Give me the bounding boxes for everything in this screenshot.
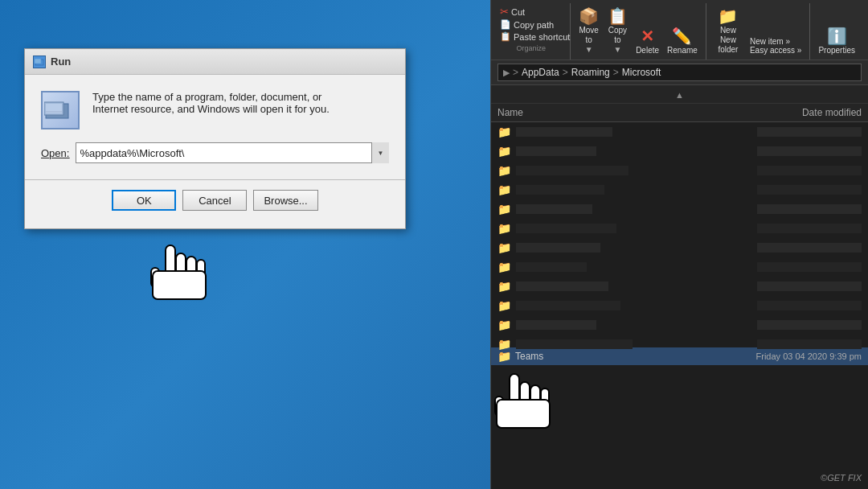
path-arrow: ▶ bbox=[503, 68, 510, 78]
copy-to-button[interactable]: 📋 Copy to ▼ bbox=[604, 5, 631, 56]
svg-rect-1 bbox=[35, 59, 41, 64]
rename-label: Rename bbox=[667, 46, 698, 55]
delete-label: Delete bbox=[636, 46, 659, 55]
properties-label: Properties bbox=[818, 46, 855, 55]
blurred-row-2: 📁 bbox=[491, 142, 868, 161]
col-header-date[interactable]: Date modified bbox=[717, 107, 862, 118]
svg-rect-7 bbox=[176, 253, 186, 281]
ribbon-cut-btn[interactable]: ✂ Cut bbox=[497, 5, 565, 18]
ok-button[interactable]: OK bbox=[112, 190, 176, 211]
copy-large-icon: 📋 bbox=[608, 6, 628, 26]
svg-rect-8 bbox=[186, 257, 196, 283]
run-dropdown-arrow[interactable]: ▼ bbox=[371, 142, 389, 163]
run-open-label: Open: bbox=[41, 147, 69, 159]
file-explorer: ✂ Cut 📄 Copy path 📋 Paste shortcut Organ… bbox=[490, 0, 868, 489]
scissors-icon: ✂ bbox=[500, 6, 509, 18]
browse-button[interactable]: Browse... bbox=[253, 190, 317, 211]
rename-button[interactable]: ✏️ Rename bbox=[664, 25, 701, 56]
svg-rect-9 bbox=[197, 260, 205, 283]
delete-icon: ✕ bbox=[641, 27, 654, 46]
svg-rect-6 bbox=[166, 245, 175, 276]
run-dialog-titlebar: Run bbox=[25, 49, 405, 75]
blurred-row-7: 📁 bbox=[491, 238, 868, 257]
ribbon-copy-path-btn[interactable]: 📄 Copy path bbox=[497, 18, 565, 31]
blurred-row-5: 📁 bbox=[491, 199, 868, 219]
cursor-ok bbox=[135, 237, 207, 326]
new-folder-button[interactable]: 📁 New New folder bbox=[711, 5, 745, 56]
cut-label: Cut bbox=[511, 7, 525, 17]
blurred-row-4: 📁 bbox=[491, 180, 868, 199]
path-appdata: AppData bbox=[522, 67, 559, 78]
run-icon-small bbox=[33, 55, 46, 68]
copy-path-icon: 📄 bbox=[500, 19, 511, 30]
new-item-label: New item » bbox=[750, 37, 801, 46]
address-bar: ▶ > AppData > Roaming > Microsoft bbox=[491, 60, 868, 85]
run-input[interactable] bbox=[76, 142, 389, 163]
svg-rect-11 bbox=[153, 271, 206, 299]
run-description: Type the name of a program, folder, docu… bbox=[92, 91, 330, 115]
copy-path-label: Copy path bbox=[514, 20, 554, 30]
desktop: Run Type the name of a program, folder bbox=[0, 0, 868, 489]
ribbon-paste-shortcut-btn[interactable]: 📋 Paste shortcut bbox=[497, 31, 565, 43]
copy-label: Copy to ▼ bbox=[608, 26, 628, 55]
path-sep-3: > bbox=[613, 67, 619, 78]
run-dialog-title: Run bbox=[51, 55, 71, 68]
blurred-row-6: 📁 bbox=[491, 219, 868, 238]
watermark: ©GET FIX bbox=[821, 473, 862, 483]
run-open-row: Open: ▼ bbox=[41, 142, 389, 163]
blurred-row-10: 📁 bbox=[491, 296, 868, 315]
blurred-row-8: 📁 bbox=[491, 257, 868, 277]
move-to-label: Move to ▼ bbox=[579, 26, 600, 55]
run-dialog: Run Type the name of a program, folder bbox=[24, 48, 406, 229]
delete-button[interactable]: ✕ Delete bbox=[633, 25, 662, 56]
paste-shortcut-icon: 📋 bbox=[500, 31, 511, 42]
blurred-row-12: 📁 bbox=[491, 335, 868, 354]
new-folder-label: New New folder bbox=[714, 26, 742, 55]
new-item-button[interactable]: New item » Easy access » bbox=[747, 35, 805, 56]
run-program-icon bbox=[41, 91, 80, 129]
rename-icon: ✏️ bbox=[672, 27, 692, 46]
run-input-wrapper: ▼ bbox=[76, 142, 389, 163]
sort-indicator: ▲ bbox=[491, 85, 868, 104]
file-list[interactable]: 📁 📁 📁 📁 bbox=[491, 122, 868, 489]
blurred-row-1: 📁 bbox=[491, 122, 868, 142]
properties-icon: ℹ️ bbox=[827, 27, 847, 46]
path-sep-2: > bbox=[563, 67, 568, 78]
col-header-name[interactable]: Name bbox=[497, 107, 717, 118]
path-microsoft: Microsoft bbox=[622, 67, 661, 78]
blurred-files: 📁 📁 📁 📁 bbox=[491, 122, 868, 347]
cancel-button[interactable]: Cancel bbox=[182, 190, 247, 211]
run-dialog-body: Type the name of a program, folder, docu… bbox=[25, 75, 405, 228]
address-path[interactable]: ▶ > AppData > Roaming > Microsoft bbox=[497, 64, 862, 81]
path-roaming: Roaming bbox=[571, 67, 610, 78]
run-dialog-header: Type the name of a program, folder, docu… bbox=[41, 91, 389, 129]
blurred-row-11: 📁 bbox=[491, 315, 868, 335]
column-headers: Name Date modified bbox=[491, 104, 868, 122]
ribbon: ✂ Cut 📄 Copy path 📋 Paste shortcut Organ… bbox=[491, 0, 868, 60]
run-buttons: OK Cancel Browse... bbox=[41, 190, 389, 220]
blurred-row-9: 📁 bbox=[491, 277, 868, 296]
blurred-row-3: 📁 bbox=[491, 161, 868, 180]
move-icon: 📦 bbox=[579, 6, 599, 26]
easy-access-label: Easy access » bbox=[750, 46, 801, 55]
path-sep-1: > bbox=[513, 67, 518, 78]
run-divider bbox=[25, 179, 405, 180]
properties-button[interactable]: ℹ️ Properties bbox=[815, 25, 858, 56]
move-to-button[interactable]: 📦 Move to ▼ bbox=[575, 5, 603, 56]
new-folder-icon: 📁 bbox=[718, 6, 738, 26]
svg-rect-10 bbox=[151, 268, 159, 287]
organize-group-label: Organize bbox=[497, 44, 565, 52]
paste-shortcut-label: Paste shortcut bbox=[514, 32, 570, 42]
